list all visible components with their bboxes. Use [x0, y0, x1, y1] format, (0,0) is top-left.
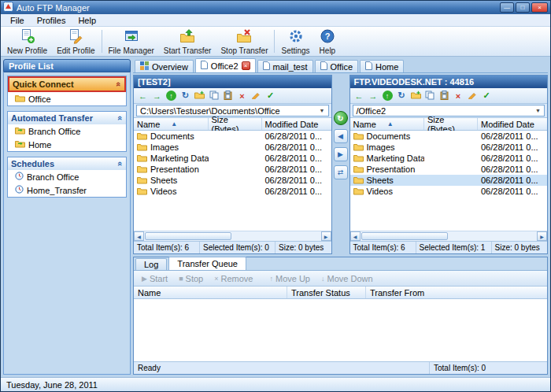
file-row[interactable]: Marketing Data 06/28/2011 0...: [350, 153, 548, 164]
rename-button[interactable]: [467, 90, 479, 102]
queue-column-name[interactable]: Name: [134, 287, 287, 298]
delete-button[interactable]: ×: [453, 90, 464, 102]
menu-profiles[interactable]: Profiles: [31, 15, 72, 26]
column-header-name[interactable]: Name ▲: [134, 118, 209, 130]
file-row[interactable]: Images 06/28/2011 0...: [134, 142, 331, 153]
up-button[interactable]: ↑: [165, 90, 177, 102]
tab-home[interactable]: Home: [360, 60, 404, 72]
schedules-header[interactable]: Schedules «: [8, 157, 126, 170]
tab-log[interactable]: Log: [135, 258, 167, 270]
stop-transfer-button[interactable]: Stop Transfer: [216, 28, 272, 55]
sidebar-item-office[interactable]: Office: [8, 92, 126, 105]
dropdown-arrow-icon[interactable]: ▼: [532, 108, 541, 113]
file-row[interactable]: Presentation 06/28/2011 0...: [134, 164, 331, 175]
column-header-modified[interactable]: Modified Date: [478, 118, 547, 130]
new-folder-button[interactable]: [194, 90, 205, 102]
forward-icon: →: [153, 91, 161, 101]
copy-button[interactable]: [424, 90, 436, 102]
local-total-items: Total Item(s): 6: [134, 242, 200, 253]
scroll-right-icon[interactable]: ▶: [537, 231, 547, 241]
maximize-button[interactable]: □: [516, 2, 530, 13]
menu-help[interactable]: Help: [72, 15, 102, 26]
horizontal-scrollbar[interactable]: ◀ ▶: [134, 231, 331, 241]
collapse-chevron-icon[interactable]: «: [116, 161, 125, 166]
queue-start-label: Start: [150, 274, 168, 283]
new-folder-button[interactable]: [410, 90, 422, 102]
rename-button[interactable]: [250, 90, 262, 102]
tab-close-icon[interactable]: ×: [242, 61, 250, 70]
tab-overview[interactable]: Overview: [135, 60, 194, 72]
paste-button[interactable]: [438, 90, 450, 102]
collapse-chevron-icon[interactable]: «: [114, 82, 124, 87]
transfer-to-remote-button[interactable]: ▶: [334, 147, 348, 161]
close-button[interactable]: ×: [531, 2, 548, 13]
column-header-size[interactable]: Size (Bytes): [424, 118, 478, 130]
column-header-size[interactable]: Size (Bytes): [209, 118, 262, 130]
file-row[interactable]: Videos 06/28/2011 0...: [134, 186, 331, 197]
back-button[interactable]: ←: [353, 90, 365, 102]
settings-button[interactable]: Settings: [276, 28, 314, 55]
file-modified: 06/28/2011 0...: [262, 131, 331, 141]
tab-office[interactable]: Office: [315, 60, 359, 72]
queue-column-from[interactable]: Transfer From: [366, 287, 547, 298]
forward-button[interactable]: →: [368, 90, 379, 102]
edit-profile-button[interactable]: Edit Profile: [52, 28, 99, 55]
menu-file[interactable]: File: [4, 15, 31, 26]
up-button[interactable]: ↑: [382, 90, 394, 102]
tab-office2[interactable]: Office2 ×: [195, 58, 256, 72]
move-down-icon: ↓: [321, 275, 325, 283]
queue-move-up-button[interactable]: ↑ Move Up: [264, 274, 315, 283]
tab-mail-test[interactable]: mail_test: [257, 60, 313, 72]
sidebar-item-branch-office-schedule[interactable]: Branch Office: [8, 170, 126, 183]
scrollbar-thumb[interactable]: [145, 232, 231, 240]
sidebar-item-home[interactable]: Home: [8, 138, 126, 151]
new-profile-button[interactable]: New Profile: [2, 28, 52, 55]
horizontal-scrollbar[interactable]: ◀ ▶: [350, 231, 548, 241]
transfer-to-local-button[interactable]: ◀: [334, 129, 348, 143]
refresh-button[interactable]: ↻: [396, 90, 408, 102]
file-row[interactable]: Marketing Data 06/28/2011 0...: [134, 153, 331, 164]
scroll-left-icon[interactable]: ◀: [134, 231, 144, 241]
column-header-modified[interactable]: Modified Date: [262, 118, 331, 130]
file-row[interactable]: Images 06/28/2011 0...: [350, 142, 548, 153]
dropdown-arrow-icon[interactable]: ▼: [316, 108, 325, 113]
select-button[interactable]: ✓: [481, 90, 493, 102]
queue-move-down-button[interactable]: ↓ Move Down: [316, 274, 378, 283]
paste-button[interactable]: [222, 90, 234, 102]
forward-button[interactable]: →: [151, 90, 163, 102]
queue-start-button[interactable]: ▶ Start: [137, 274, 172, 283]
automated-transfer-header[interactable]: Automated Transfer «: [8, 112, 126, 124]
file-row[interactable]: Videos 06/28/2011 0...: [350, 186, 548, 197]
sidebar-item-home-transfer-schedule[interactable]: Home_Transfer: [8, 183, 126, 197]
scroll-left-icon[interactable]: ◀: [350, 231, 361, 241]
column-header-name[interactable]: Name ▲: [350, 118, 425, 130]
scrollbar-thumb[interactable]: [361, 232, 448, 240]
quick-connect-header[interactable]: Quick Connect «: [8, 76, 126, 92]
add-to-queue-button[interactable]: ⇄: [334, 165, 348, 179]
tab-transfer-queue[interactable]: Transfer Queue: [168, 257, 246, 270]
start-transfer-button[interactable]: Start Transfer: [159, 28, 216, 55]
file-row[interactable]: Documents 06/28/2011 0...: [134, 131, 331, 142]
file-row[interactable]: Sheets 06/28/2011 0...: [134, 175, 331, 186]
file-row-selected[interactable]: Sheets 06/28/2011 0...: [350, 175, 548, 186]
queue-column-status[interactable]: Transfer Status: [287, 287, 366, 298]
refresh-button[interactable]: ↻: [179, 90, 191, 102]
collapse-chevron-icon[interactable]: «: [116, 116, 125, 120]
queue-stop-button[interactable]: ■ Stop: [174, 274, 208, 283]
file-row[interactable]: Presentation 06/28/2011 0...: [350, 164, 548, 175]
clock-icon: [15, 185, 24, 195]
copy-button[interactable]: [208, 90, 220, 102]
connect-refresh-button[interactable]: ↻: [334, 111, 348, 125]
minimize-button[interactable]: —: [500, 2, 514, 13]
scroll-right-icon[interactable]: ▶: [321, 231, 331, 241]
help-button[interactable]: ? Help: [315, 28, 341, 55]
back-button[interactable]: ←: [137, 90, 149, 102]
delete-button[interactable]: ×: [236, 90, 248, 102]
sidebar-item-branch-office[interactable]: Branch Office: [8, 124, 126, 138]
file-manager-button[interactable]: File Manager: [104, 28, 159, 55]
file-row[interactable]: Documents 06/28/2011 0...: [350, 131, 548, 142]
app-icon: [3, 2, 13, 13]
select-button[interactable]: ✓: [264, 90, 276, 102]
queue-remove-button[interactable]: × Remove: [209, 274, 257, 283]
start-icon: ▶: [142, 275, 147, 283]
